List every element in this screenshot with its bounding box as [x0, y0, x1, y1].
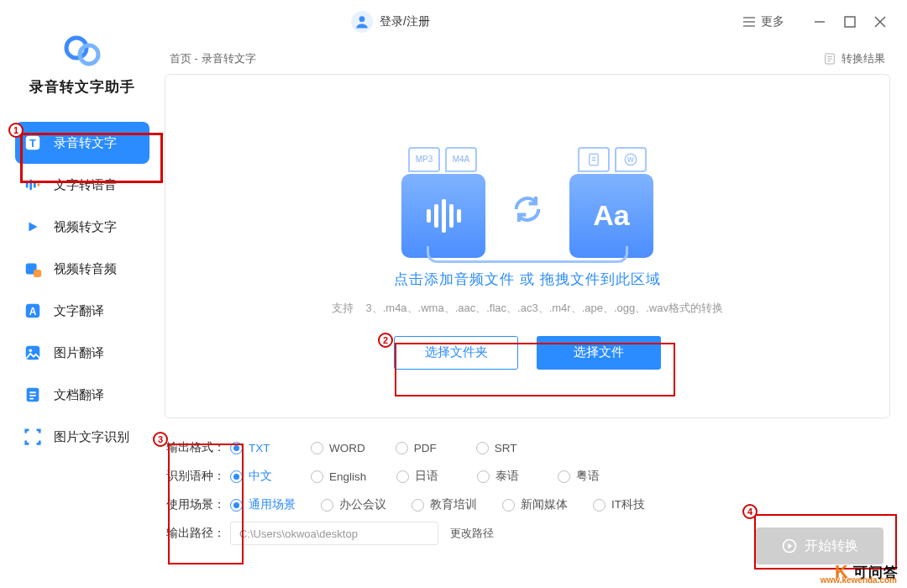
avatar-icon: [351, 11, 373, 33]
radio-icon: [412, 499, 424, 512]
watermark: K 可问答 www.kewenda.com: [835, 561, 899, 583]
start-label: 开始转换: [805, 538, 858, 555]
app-window: 登录/注册 更多 录音转文字助手 T 录音转文字: [0, 0, 907, 588]
format-radio-list: TXT WORD PDF SRT: [230, 442, 527, 454]
svg-rect-1: [845, 17, 855, 27]
sidebar-item-video2text[interactable]: 视频转文字: [15, 206, 149, 248]
svg-text:T: T: [29, 137, 36, 150]
output-path-input[interactable]: [230, 522, 438, 545]
svg-rect-7: [29, 180, 32, 191]
lang-radio-list: 中文 English 日语 泰语 粤语: [230, 469, 608, 484]
svg-rect-8: [34, 181, 36, 187]
option-label: 输出格式：: [165, 440, 230, 455]
results-link[interactable]: 转换结果: [823, 51, 885, 66]
radio-icon: [476, 442, 489, 454]
choose-file-button[interactable]: 选择文件: [537, 336, 661, 370]
login-button[interactable]: 登录/注册: [351, 11, 430, 33]
sidebar-item-text2speech[interactable]: 文字转语音: [15, 164, 149, 206]
sidebar-item-label: 文字转语音: [54, 177, 117, 193]
radio-icon: [477, 470, 490, 483]
sidebar-item-label: 录音转文字: [54, 135, 117, 151]
image-translate-icon: [24, 344, 42, 362]
window-minimize-button[interactable]: [808, 10, 831, 34]
text2speech-icon: [24, 176, 42, 194]
radio-news[interactable]: 新闻媒体: [502, 497, 568, 512]
svg-point-15: [29, 349, 32, 352]
drop-panel[interactable]: MP3 M4A W Aa 点击添加音频文件 或 拖拽文件到此区域 支持: [165, 74, 890, 418]
radio-srt[interactable]: SRT: [476, 442, 527, 454]
hamburger-icon: [742, 16, 756, 28]
window-close-button[interactable]: [868, 10, 892, 34]
illus-source-box: [401, 174, 485, 258]
ocr-icon: [24, 428, 42, 446]
video2audio-icon: [24, 260, 42, 278]
radio-txt[interactable]: TXT: [230, 442, 280, 454]
app-name: 录音转文字助手: [0, 77, 165, 97]
radio-th[interactable]: 泰语: [477, 469, 527, 484]
radio-en[interactable]: English: [311, 470, 366, 483]
illustration: MP3 M4A W Aa: [401, 123, 653, 258]
sidebar-item-video2audio[interactable]: 视频转音频: [15, 248, 149, 290]
sidebar-item-image-translate[interactable]: 图片翻译: [15, 332, 149, 374]
more-label: 更多: [761, 14, 784, 29]
body: 录音转文字助手 T 录音转文字 文字转语音 视频转文字 视频转音频: [0, 44, 907, 588]
radio-icon: [311, 442, 323, 454]
option-format-row: 输出格式： TXT WORD PDF SRT: [165, 433, 890, 462]
sidebar-item-doc-translate[interactable]: 文档翻译: [15, 374, 149, 416]
window-maximize-button[interactable]: [838, 10, 862, 34]
radio-yue[interactable]: 粤语: [558, 469, 608, 484]
sidebar-item-audio2text[interactable]: T 录音转文字: [15, 122, 149, 164]
radio-zh[interactable]: 中文: [230, 469, 280, 484]
svg-text:W: W: [627, 156, 634, 164]
choose-folder-button[interactable]: 选择文件夹: [394, 336, 518, 370]
radio-meeting[interactable]: 办公会议: [321, 497, 386, 512]
sidebar: 录音转文字助手 T 录音转文字 文字转语音 视频转文字 视频转音频: [0, 44, 165, 588]
radio-icon: [396, 442, 408, 454]
more-menu[interactable]: 更多: [742, 14, 784, 29]
radio-icon: [230, 499, 243, 512]
sidebar-item-text-translate[interactable]: A 文字翻译: [15, 290, 149, 332]
video2text-icon: [24, 218, 42, 236]
option-scene-row: 使用场景： 通用场景 办公会议 教育培训 新闻媒体 IT科技: [165, 491, 890, 519]
radio-general[interactable]: 通用场景: [230, 497, 296, 512]
breadcrumb-bar: 首页 - 录音转文字 转换结果: [165, 44, 890, 74]
start-button[interactable]: 开始转换: [756, 528, 883, 564]
audio2text-icon: T: [24, 134, 42, 152]
doc-translate-icon: [24, 386, 42, 404]
waveform-icon: [427, 199, 461, 233]
radio-word[interactable]: WORD: [311, 442, 365, 454]
option-label: 识别语种：: [165, 469, 230, 484]
radio-edu[interactable]: 教育培训: [412, 497, 477, 512]
option-label: 使用场景：: [165, 497, 230, 512]
svg-rect-6: [26, 181, 29, 187]
radio-icon: [593, 499, 606, 512]
svg-rect-9: [38, 183, 40, 186]
svg-text:A: A: [29, 306, 37, 318]
radio-pdf[interactable]: PDF: [396, 442, 446, 454]
radio-icon: [230, 442, 243, 454]
radio-ja[interactable]: 日语: [396, 469, 447, 484]
illus-tag: MP3: [408, 147, 440, 172]
illus-cable: [427, 246, 628, 263]
illus-word-icon: W: [615, 147, 647, 172]
sidebar-item-label: 图片文字识别: [54, 429, 129, 445]
convert-icon: [511, 192, 544, 226]
results-label: 转换结果: [841, 51, 885, 66]
radio-icon: [502, 499, 515, 512]
radio-it[interactable]: IT科技: [593, 497, 645, 512]
sidebar-item-ocr[interactable]: 图片文字识别: [15, 416, 149, 458]
illus-target-box: Aa: [569, 174, 653, 258]
sidebar-item-label: 文字翻译: [54, 303, 104, 319]
sidebar-item-label: 文档翻译: [54, 387, 104, 403]
svg-point-0: [359, 16, 365, 22]
illus-tag: M4A: [445, 147, 477, 172]
radio-icon: [321, 499, 333, 512]
illus-doc-icon: [578, 147, 610, 172]
logo-area: 录音转文字助手: [0, 27, 165, 122]
sheet-icon: [823, 52, 836, 66]
app-logo-icon: [64, 35, 101, 71]
drop-title: 点击添加音频文件 或 拖拽文件到此区域: [394, 270, 660, 289]
radio-icon: [230, 470, 243, 483]
change-path-link[interactable]: 更改路径: [450, 526, 494, 541]
sidebar-item-label: 图片翻译: [54, 345, 104, 361]
